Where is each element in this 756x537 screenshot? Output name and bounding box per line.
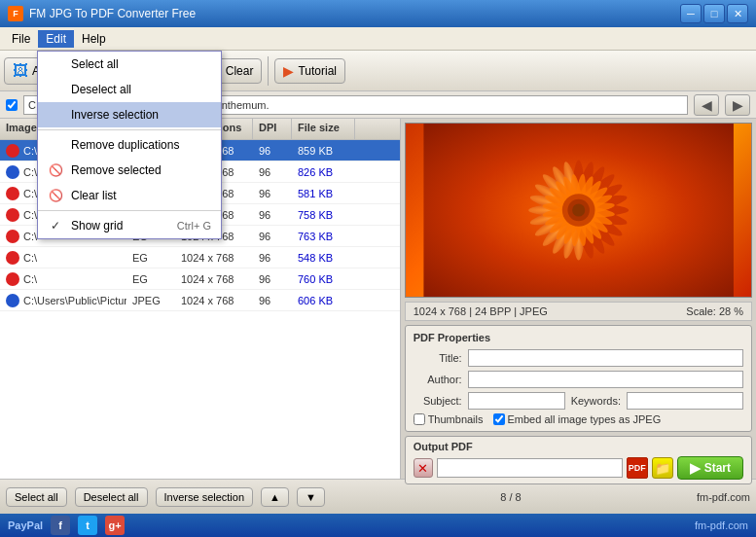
file-count: 8 / 8 [333, 491, 689, 503]
menu-remove-selected[interactable]: 🚫 Remove selected [38, 158, 221, 183]
website-link[interactable]: fm-pdf.com [697, 491, 750, 503]
preview-svg [406, 124, 751, 297]
move-up-button[interactable]: ▲ [261, 487, 289, 507]
pdf-author-row: Author: [414, 371, 743, 388]
menu-clear-list[interactable]: 🚫 Clear list [38, 183, 221, 208]
inverse-selection-button[interactable]: Inverse selection [156, 487, 254, 507]
cell-format: EG [126, 250, 175, 266]
cell-image-name: C:\Users\Public\Pictures\Sampl... [0, 292, 126, 309]
toolbar-separator-2 [268, 56, 269, 86]
pdf-author-input[interactable] [468, 371, 743, 388]
app-icon: F [8, 6, 23, 21]
embed-jpeg-label: Embed all image types as JPEG [508, 413, 662, 425]
embed-jpeg-checkbox[interactable] [493, 413, 505, 425]
select-all-menu-label: Select all [71, 57, 119, 71]
preview-scale-text: Scale: 28 % [686, 305, 743, 317]
menu-select-all[interactable]: Select all [38, 52, 221, 77]
pdf-keywords-label: Keywords: [571, 395, 621, 407]
browse-folder-button[interactable]: 📁 [652, 457, 673, 479]
select-all-label: Select all [15, 491, 58, 503]
path-checkbox[interactable] [6, 99, 18, 111]
clear-list-menu-label: Clear list [71, 189, 117, 202]
col-header-filesize: File size [292, 119, 355, 139]
nav-back-button[interactable]: ◀ [694, 94, 719, 116]
tutorial-button[interactable]: ▶ Tutorial [274, 58, 345, 84]
col-header-dpi: DPI [253, 119, 292, 139]
row-status-icon [6, 144, 19, 158]
twitter-icon[interactable]: t [78, 516, 97, 535]
facebook-icon[interactable]: f [51, 516, 70, 535]
cell-filesize: 581 KB [292, 186, 355, 201]
table-row[interactable]: C:\ EG 1024 x 768 96 548 KB [0, 247, 400, 268]
select-all-button[interactable]: Select all [6, 487, 67, 507]
inverse-selection-menu-icon [48, 107, 63, 123]
pdf-subject-input[interactable] [468, 392, 565, 410]
row-status-icon [6, 208, 19, 222]
thumbnails-option[interactable]: Thumbnails [414, 413, 484, 425]
cell-filesize: 859 KB [292, 143, 355, 159]
remove-dup-menu-label: Remove duplications [71, 138, 179, 152]
cell-dpi: 96 [253, 229, 292, 244]
app-icon-text: F [13, 9, 18, 18]
pdf-subject-label: Subject: [414, 395, 462, 407]
pdf-properties-title: PDF Properties [414, 332, 743, 343]
cell-filesize: 606 KB [292, 293, 355, 308]
cell-dimensions: 1024 x 768 [175, 271, 253, 287]
website-text[interactable]: fm-pdf.com [695, 519, 748, 531]
nav-forward-button[interactable]: ▶ [725, 94, 750, 116]
thumbnails-label: Thumbnails [428, 413, 484, 425]
cell-dimensions: 1024 x 768 [175, 293, 253, 308]
select-all-menu-icon [48, 56, 63, 72]
table-row[interactable]: C:\Users\Public\Pictures\Sampl... JPEG 1… [0, 290, 400, 311]
remove-selected-menu-label: Remove selected [71, 163, 162, 177]
menu-edit[interactable]: Edit [38, 30, 74, 48]
start-label: Start [704, 461, 731, 475]
cell-image-name: C:\ [0, 270, 126, 288]
restore-button[interactable]: □ [703, 4, 725, 23]
menu-deselect-all[interactable]: Deselect all [38, 77, 221, 102]
pdf-properties-panel: PDF Properties Title: Author: Subject: K… [405, 325, 752, 432]
googleplus-icon[interactable]: g+ [105, 516, 125, 535]
menu-help[interactable]: Help [74, 30, 114, 48]
table-row[interactable]: C:\ EG 1024 x 768 96 760 KB [0, 268, 400, 290]
row-status-icon [6, 187, 19, 200]
cell-image-name: C:\ [0, 249, 126, 267]
menu-remove-duplications[interactable]: Remove duplications [38, 132, 221, 158]
output-row: ✕ PDF 📁 ▶ Start [414, 456, 743, 480]
close-button[interactable]: ✕ [727, 4, 748, 23]
window-controls: ─ □ ✕ [680, 4, 748, 23]
output-pdf-panel: Output PDF ✕ PDF 📁 ▶ Start [405, 436, 752, 484]
preview-info-text: 1024 x 768 | 24 BPP | JPEG [414, 305, 548, 317]
output-delete-button[interactable]: ✕ [414, 458, 433, 478]
thumbnails-checkbox[interactable] [414, 413, 425, 425]
deselect-all-menu-label: Deselect all [71, 83, 131, 96]
move-down-button[interactable]: ▼ [297, 487, 325, 507]
minimize-button[interactable]: ─ [680, 4, 702, 23]
menu-divider-2 [38, 210, 221, 211]
cell-format: EG [126, 271, 175, 287]
menu-file[interactable]: File [4, 30, 38, 48]
cell-filesize: 758 KB [292, 207, 355, 223]
show-grid-check-icon: ✓ [48, 218, 63, 233]
start-button[interactable]: ▶ Start [677, 456, 743, 480]
cell-dpi: 96 [253, 186, 292, 201]
row-status-icon [6, 272, 19, 286]
deselect-all-button[interactable]: Deselect all [75, 487, 148, 507]
pdf-keywords-input[interactable] [627, 392, 743, 410]
embed-jpeg-option[interactable]: Embed all image types as JPEG [493, 413, 662, 425]
show-grid-menu-label: Show grid [71, 219, 123, 233]
clear-list-menu-icon: 🚫 [48, 188, 63, 203]
clear-label: Clear [226, 64, 254, 78]
menu-show-grid[interactable]: ✓ Show grid Ctrl+ G [38, 213, 221, 238]
menu-inverse-selection[interactable]: Inverse selection [38, 102, 221, 127]
pdf-author-label: Author: [414, 374, 462, 385]
inverse-selection-label: Inverse selection [164, 491, 245, 503]
remove-dup-menu-icon [48, 137, 63, 153]
start-icon: ▶ [690, 460, 701, 476]
cell-dpi: 96 [253, 271, 292, 287]
show-grid-shortcut: Ctrl+ G [177, 220, 211, 232]
output-path-input[interactable] [437, 458, 623, 478]
inverse-selection-menu-label: Inverse selection [71, 108, 159, 122]
pdf-title-input[interactable] [468, 349, 743, 367]
cell-dimensions: 1024 x 768 [175, 250, 253, 266]
